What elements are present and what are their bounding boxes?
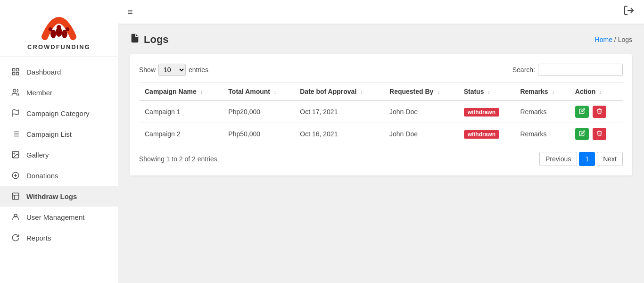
- sidebar-item-user-management[interactable]: User Management: [0, 207, 118, 227]
- sidebar-label-dashboard: Dashboard: [26, 68, 61, 76]
- svg-point-3: [49, 27, 52, 31]
- sidebar-nav: Dashboard Member Campaign Category Campa…: [0, 57, 118, 283]
- sidebar-item-member[interactable]: Member: [0, 82, 118, 103]
- col-status: Status ↕: [458, 83, 515, 101]
- sidebar-item-campaign-list[interactable]: Campaign List: [0, 124, 118, 144]
- col-status-label: Status: [464, 88, 484, 95]
- svg-point-10: [13, 89, 16, 92]
- sidebar-item-withdraw-logs[interactable]: Withdraw Logs: [0, 186, 118, 207]
- col-date-approval-label: Date bof Approval: [300, 88, 356, 95]
- search-wrap: Search:: [512, 64, 623, 76]
- gallery-icon: [10, 150, 21, 160]
- cell-requested-by: John Doe: [384, 123, 458, 145]
- sidebar-label-donations: Donations: [26, 172, 58, 180]
- page-1-button[interactable]: 1: [579, 152, 595, 166]
- svg-point-0: [50, 30, 56, 38]
- table-row: Campaign 2 Php50,000 Oct 16, 2021 John D…: [139, 123, 623, 145]
- sidebar: CROWDFUNDING Dashboard Member Campaign C…: [0, 0, 118, 283]
- reports-icon: [10, 233, 21, 243]
- col-campaign-name-label: Campaign Name: [145, 88, 197, 95]
- sort-icon-action[interactable]: ↕: [599, 89, 602, 95]
- svg-rect-6: [12, 68, 15, 71]
- sidebar-label-user-management: User Management: [26, 213, 84, 221]
- list-icon: [10, 129, 21, 139]
- col-requested-by-label: Requested By: [389, 88, 433, 95]
- status-badge: withdrawn: [464, 108, 499, 117]
- hamburger-button[interactable]: ≡: [127, 7, 133, 17]
- delete-button[interactable]: [593, 128, 606, 140]
- cell-requested-by: John Doe: [384, 100, 458, 123]
- flag-icon: [10, 108, 21, 118]
- svg-point-2: [62, 30, 67, 38]
- sidebar-item-gallery[interactable]: Gallery: [0, 144, 118, 165]
- svg-point-19: [14, 153, 15, 154]
- cell-date-approval: Oct 17, 2021: [294, 100, 384, 123]
- content-area: Logs Home / Logs Show 10 25 50 100: [118, 24, 644, 283]
- sidebar-label-campaign-category: Campaign Category: [26, 109, 89, 117]
- user-management-icon: [10, 212, 21, 222]
- cell-total-amount: Php20,000: [223, 100, 294, 123]
- sidebar-label-withdraw-logs: Withdraw Logs: [26, 192, 77, 200]
- sidebar-item-donations[interactable]: Donations: [0, 165, 118, 186]
- pagination: Previous 1 Next: [539, 152, 623, 166]
- cell-date-approval: Oct 16, 2021: [294, 123, 384, 145]
- entries-label: entries: [189, 66, 208, 74]
- logout-button[interactable]: [623, 5, 635, 19]
- edit-button[interactable]: [575, 106, 589, 118]
- logo-image: [40, 8, 78, 42]
- sort-icon-remarks[interactable]: ↕: [552, 89, 554, 95]
- donations-icon: [10, 170, 21, 181]
- showing-text: Showing 1 to 2 of 2 entries: [139, 155, 217, 163]
- svg-rect-9: [17, 73, 19, 75]
- page-title: Logs: [144, 33, 169, 46]
- table-controls: Show 10 25 50 100 entries Search:: [139, 64, 623, 76]
- sort-icon-date-approval[interactable]: ↕: [360, 89, 363, 95]
- col-total-amount-label: Total Amount: [228, 88, 270, 95]
- breadcrumb-current: Logs: [618, 36, 632, 43]
- sort-icon-campaign-name[interactable]: ↕: [200, 89, 203, 95]
- status-badge: withdrawn: [464, 130, 499, 139]
- col-action: Action ↕: [570, 83, 623, 101]
- brand-name: CROWDFUNDING: [27, 43, 91, 50]
- breadcrumb-separator: /: [614, 36, 618, 43]
- sort-icon-requested-by[interactable]: ↕: [437, 89, 440, 95]
- col-requested-by: Requested By ↕: [384, 83, 458, 101]
- breadcrumb: Home / Logs: [595, 36, 632, 43]
- col-remarks-label: Remarks: [520, 88, 548, 95]
- member-icon: [10, 87, 21, 98]
- breadcrumb-home[interactable]: Home: [595, 36, 612, 43]
- col-date-approval: Date bof Approval ↕: [294, 83, 384, 101]
- sidebar-item-reports[interactable]: Reports: [0, 227, 118, 248]
- table-header: Campaign Name ↕ Total Amount ↕ Date bof …: [139, 83, 623, 101]
- cell-status: withdrawn: [458, 123, 515, 145]
- sort-icon-status[interactable]: ↕: [487, 89, 490, 95]
- svg-rect-21: [12, 193, 19, 200]
- next-button[interactable]: Next: [597, 152, 623, 166]
- cell-action: [570, 100, 623, 123]
- sidebar-label-gallery: Gallery: [26, 151, 49, 159]
- delete-button[interactable]: [593, 106, 606, 118]
- page-title-icon: [130, 33, 140, 46]
- col-action-label: Action: [575, 88, 596, 95]
- edit-button[interactable]: [575, 128, 589, 140]
- col-remarks: Remarks ↕: [514, 83, 569, 101]
- sidebar-item-dashboard[interactable]: Dashboard: [0, 61, 118, 82]
- cell-action: [570, 123, 623, 145]
- search-input[interactable]: [538, 64, 623, 76]
- dashboard-icon: [10, 67, 21, 77]
- table-footer: Showing 1 to 2 of 2 entries Previous 1 N…: [139, 152, 623, 166]
- sidebar-item-campaign-category[interactable]: Campaign Category: [0, 103, 118, 124]
- cell-campaign-name: Campaign 1: [139, 100, 223, 123]
- search-label: Search:: [512, 66, 535, 74]
- cell-status: withdrawn: [458, 100, 515, 123]
- entries-select[interactable]: 10 25 50 100: [158, 64, 186, 76]
- table-card: Show 10 25 50 100 entries Search:: [130, 54, 632, 175]
- previous-button[interactable]: Previous: [539, 152, 577, 166]
- page-title-wrap: Logs: [130, 33, 169, 46]
- svg-point-4: [57, 25, 61, 30]
- svg-rect-7: [17, 68, 19, 71]
- cell-campaign-name: Campaign 2: [139, 123, 223, 145]
- sort-icon-total-amount[interactable]: ↕: [274, 89, 277, 95]
- sidebar-label-campaign-list: Campaign List: [26, 130, 72, 138]
- show-entries-wrap: Show 10 25 50 100 entries: [139, 64, 208, 76]
